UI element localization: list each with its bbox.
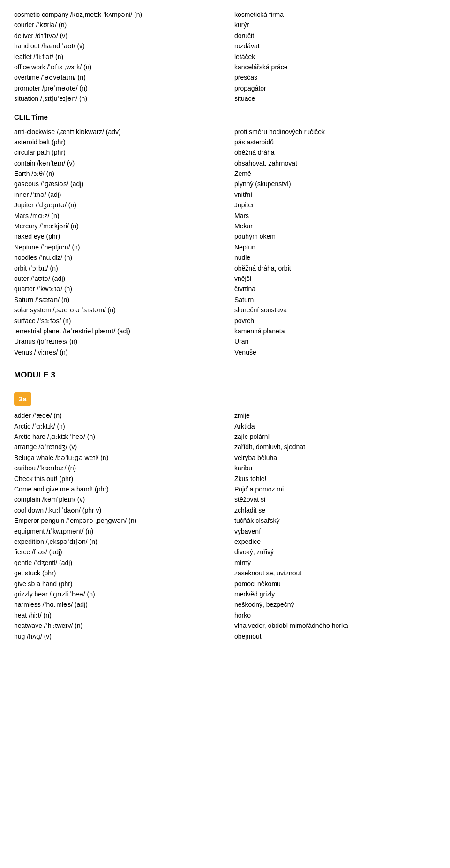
badge-label: 3a — [14, 387, 436, 410]
vocab-english: inner /ˈɪnə/ (adj) — [14, 189, 216, 200]
vocab-english: solar system /ˌsəʊ ʊlə ˈsɪstəm/ (n) — [14, 305, 216, 315]
vocab-english: Earth /ɜːθ/ (n) — [14, 168, 216, 179]
vocab-czech: mírný — [234, 558, 436, 568]
vocab-english: hug /hʌɡ/ (v) — [14, 631, 216, 642]
vocab-czech: neškodný, bezpečný — [234, 599, 436, 610]
vocab-czech: zařídit, domluvit, sjednat — [234, 442, 436, 452]
vocab-czech: Jupiter — [234, 200, 436, 210]
vocab-czech: kosmetická firma — [234, 9, 436, 20]
vocab-czech: pás asteroidů — [234, 137, 436, 147]
vocab-czech: propagátor — [234, 83, 436, 93]
vocab-english: situation /ˌsɪtʃuˈeɪʃən/ (n) — [14, 93, 216, 104]
vocab-english: arrange /əˈreɪndʒ/ (v) — [14, 442, 216, 452]
vocab-czech: pouhým okem — [234, 231, 436, 242]
vocab-english: Come and give me a hand! (phr) — [14, 484, 216, 494]
vocab-czech: Venuše — [234, 347, 436, 357]
vocab-english: caribou /ˈkærɪbuː/ (n) — [14, 463, 216, 473]
vocab-english: naked eye (phr) — [14, 231, 216, 242]
badge-text: 3a — [14, 392, 31, 406]
vocab-english: terrestrial planet /təˈrestriəl plænɪt/ … — [14, 326, 216, 336]
vocab-english: Check this out! (phr) — [14, 474, 216, 484]
vocab-english: Arctic /ˈɑːktɪk/ (n) — [14, 421, 216, 431]
vocab-english: circular path (phr) — [14, 147, 216, 158]
vocab-english: grizzly bear /ˌɡrɪzli ˈbeə/ (n) — [14, 589, 216, 599]
vocab-czech: vlna veder, období mimořádného horka — [234, 620, 436, 631]
vocab-czech: rozdávat — [234, 41, 436, 51]
vocab-czech: Neptun — [234, 242, 436, 252]
vocab-czech: Saturn — [234, 294, 436, 305]
vocab-english: Emperor penguin /ˈempərə ˌpeŋɡwən/ (n) — [14, 515, 216, 526]
vocab-english: hand out /hænd ˈaʊt/ (v) — [14, 41, 216, 51]
vocab-english: give sb a hand (phr) — [14, 579, 216, 589]
vocab-english: heat /hiːt/ (n) — [14, 610, 216, 620]
vocab-grid: adder /ˈædə/ (n)zmijeArctic /ˈɑːktɪk/ (n… — [14, 410, 436, 642]
vocab-english: surface /ˈsɜːfəs/ (n) — [14, 316, 216, 326]
vocab-english: Jupiter /ˈdʒuːpɪtə/ (n) — [14, 200, 216, 210]
vocab-czech: zmije — [234, 410, 436, 421]
vocab-english: complain /kəmˈpleɪn/ (v) — [14, 494, 216, 505]
vocab-czech: Pojď a pomoz mi. — [234, 484, 436, 494]
vocab-english: gaseous /ˈɡæsiəs/ (adj) — [14, 179, 216, 189]
section-heading: CLIL Time — [14, 112, 436, 123]
vocab-czech: medvěd grizly — [234, 589, 436, 599]
vocab-english: asteroid belt (phr) — [14, 137, 216, 147]
vocab-czech: horko — [234, 610, 436, 620]
vocab-english: quarter /ˈkwɔːtə/ (n) — [14, 284, 216, 294]
vocab-english: heatwave /ˈhiːtweɪv/ (n) — [14, 620, 216, 631]
vocab-czech: kancelářská práce — [234, 62, 436, 72]
vocab-czech: doručit — [234, 30, 436, 41]
module-heading: MODULE 3 — [14, 369, 436, 381]
vocab-czech: kurýr — [234, 20, 436, 30]
vocab-english: Neptune /ˈneptjuːn/ (n) — [14, 242, 216, 252]
vocab-czech: expedice — [234, 536, 436, 547]
vocab-czech: oběžná dráha, orbit — [234, 263, 436, 273]
vocab-czech: zajíc polární — [234, 431, 436, 442]
vocab-czech: Mars — [234, 211, 436, 221]
vocab-czech: přesčas — [234, 72, 436, 83]
vocab-grid: anti-clockwise /ˌæntɪ klɒkwaɪz/ (adv)pro… — [14, 127, 436, 358]
vocab-czech: obsahovat, zahrnovat — [234, 158, 436, 168]
vocab-czech: Mekur — [234, 221, 436, 231]
page-content: cosmetic company /kɒzˌmetɪk ˈkʌmpəni/ (n… — [14, 9, 436, 642]
vocab-english: Mercury /ˈmɜːkjʊri/ (n) — [14, 221, 216, 231]
vocab-czech: zchladit se — [234, 505, 436, 515]
vocab-english: adder /ˈædə/ (n) — [14, 410, 216, 421]
vocab-english: deliver /dɪˈlɪvə/ (v) — [14, 30, 216, 41]
vocab-czech: letáček — [234, 52, 436, 62]
vocab-english: overtime /ˈəʊvətaɪm/ (n) — [14, 72, 216, 83]
vocab-english: get stuck (phr) — [14, 568, 216, 578]
vocab-english: equipment /ɪˈkwɪpmənt/ (n) — [14, 526, 216, 536]
vocab-english: fierce /fɪəs/ (adj) — [14, 547, 216, 557]
vocab-czech: divoký, zuřivý — [234, 547, 436, 557]
vocab-czech: povrch — [234, 316, 436, 326]
vocab-english: harmless /ˈhɑːmləs/ (adj) — [14, 599, 216, 610]
vocab-english: outer /ˈaʊtə/ (adj) — [14, 273, 216, 284]
vocab-czech: sluneční soustava — [234, 305, 436, 315]
vocab-english: office work /ˈɒfɪs ˌwɜːk/ (n) — [14, 62, 216, 72]
vocab-czech: plynný (skupenství) — [234, 179, 436, 189]
vocab-english: cool down /ˌkuːl ˈdaʊn/ (phr v) — [14, 505, 216, 515]
vocab-english: Beluga whale /bəˈluːɡə weɪl/ (n) — [14, 453, 216, 463]
vocab-czech: karibu — [234, 463, 436, 473]
vocab-czech: kamenná planeta — [234, 326, 436, 336]
vocab-english: Venus /ˈviːnəs/ (n) — [14, 347, 216, 357]
vocab-english: Mars /mɑːz/ (n) — [14, 211, 216, 221]
vocab-czech: vnější — [234, 273, 436, 284]
vocab-english: gentle /ˈdʒentl/ (adj) — [14, 558, 216, 568]
vocab-english: courier /ˈkʊriə/ (n) — [14, 20, 216, 30]
vocab-czech: čtvrtina — [234, 284, 436, 294]
vocab-czech: Uran — [234, 336, 436, 347]
vocab-english: orbit /ˈɔːbɪt/ (n) — [14, 263, 216, 273]
vocab-english: noodles /ˈnuːdlz/ (n) — [14, 252, 216, 263]
vocab-czech: vnitřní — [234, 189, 436, 200]
vocab-czech: tučňák císařský — [234, 515, 436, 526]
vocab-czech: pomoci někomu — [234, 579, 436, 589]
vocab-czech: vybavení — [234, 526, 436, 536]
vocab-english: Arctic hare /ˌɑːktɪk ˈheə/ (n) — [14, 431, 216, 442]
vocab-czech: situace — [234, 93, 436, 104]
vocab-grid: cosmetic company /kɒzˌmetɪk ˈkʌmpəni/ (n… — [14, 9, 436, 104]
vocab-english: expedition /ˌekspəˈdɪʃən/ (n) — [14, 536, 216, 547]
vocab-english: anti-clockwise /ˌæntɪ klɒkwaɪz/ (adv) — [14, 127, 216, 137]
vocab-czech: velryba běluha — [234, 453, 436, 463]
vocab-english: promoter /prəˈməʊtə/ (n) — [14, 83, 216, 93]
